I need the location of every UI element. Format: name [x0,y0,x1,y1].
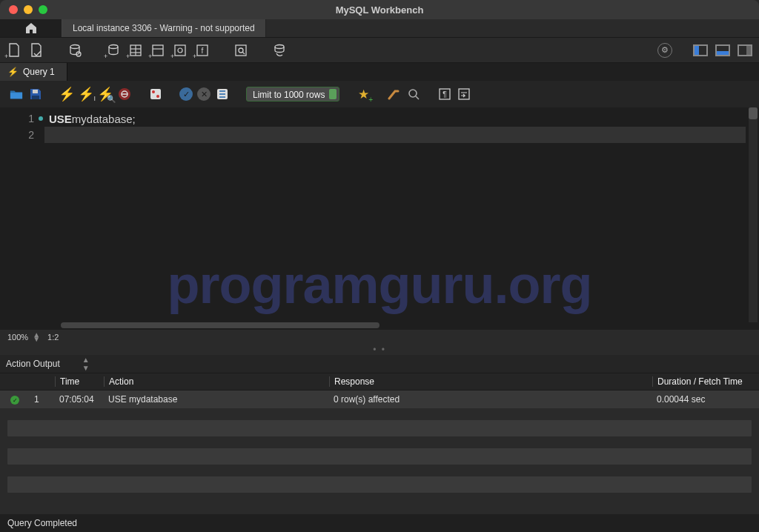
commit-icon[interactable]: ✓ [179,87,193,101]
svg-point-16 [275,44,284,48]
current-line [44,127,746,143]
modified-dot-icon [39,116,43,121]
editor-content[interactable]: USE mydatabase; [44,107,759,330]
connection-tab-label: Local instance 3306 - Warning - not supp… [73,23,255,33]
output-column-headers: Time Action Response Duration / Fetch Ti… [0,373,759,390]
line-number: 1 [0,110,44,127]
zoom-value: 100% [7,333,28,342]
save-file-icon[interactable] [28,87,43,102]
window-controls [0,5,47,14]
query-tab[interactable]: ⚡ Query 1 [0,63,67,81]
row-index: 1 [30,394,55,405]
home-icon [24,22,38,34]
maximize-window-button[interactable] [39,5,47,14]
toggle-safe-updates-icon[interactable] [215,87,230,102]
find-icon[interactable] [387,87,402,102]
execute-all-icon[interactable]: ⚡ [59,87,74,102]
zoom-stepper-icon[interactable]: ▲▼ [33,333,40,342]
settings-gear-icon[interactable]: ⚙ [657,42,673,59]
row-duration: 0.00044 sec [652,394,759,405]
main-toolbar: + + + + + f+ ⚙ [0,38,759,63]
output-empty-rows [0,420,759,500]
svg-rect-28 [459,89,469,99]
titlebar: MySQL Workbench [0,0,759,19]
line-number: 2 [0,127,44,143]
panel-splitter[interactable]: • • [0,345,759,355]
svg-point-2 [109,44,118,48]
zoom-control[interactable]: 100% ▲▼ [7,333,40,342]
svg-rect-18 [32,96,39,99]
status-ok-icon: ✓ [10,396,19,405]
cursor-position: 1:2 [47,333,59,342]
col-response[interactable]: Response [329,376,652,387]
toggle-invisible-icon[interactable]: ¶ [437,87,452,102]
output-panel-label: Action Output [6,359,60,369]
connection-tab-bar: Local instance 3306 - Warning - not supp… [0,19,759,38]
svg-rect-20 [150,89,161,99]
svg-rect-17 [33,90,38,93]
bolt-icon: ⚡ [7,67,19,77]
explain-icon[interactable]: ⚡🔍 [98,87,113,102]
row-action: USE mydatabase [104,394,329,405]
status-text: Query Completed [7,518,77,528]
minimize-window-button[interactable] [24,5,33,14]
wrap-lines-icon[interactable] [457,87,471,102]
new-sql-file-icon[interactable]: + [6,42,22,59]
output-grid: Time Action Response Duration / Fetch Ti… [0,373,759,500]
editor-gutter: 1 2 [0,107,44,330]
home-tab[interactable] [0,19,62,37]
svg-point-10 [178,48,182,53]
limit-rows-select[interactable]: Limit to 1000 rows [246,87,339,102]
sql-semicolon: ; [133,113,136,125]
rollback-icon[interactable]: ✕ [197,87,211,101]
output-panel-header: Action Output ▲▼ [0,355,759,373]
query-tab-label: Query 1 [23,67,55,77]
svg-text:f: f [202,47,204,55]
query-tab-bar: ⚡ Query 1 [0,63,759,81]
sql-identifier: mydatabase [72,113,133,125]
stop-icon[interactable] [117,87,132,102]
output-empty-row [7,420,752,436]
col-duration[interactable]: Duration / Fetch Time [652,376,759,387]
create-table-icon[interactable]: + [127,42,144,59]
search-table-data-icon[interactable] [233,42,249,59]
sql-editor[interactable]: 1 2 USE mydatabase; programguru.org [0,107,759,330]
beautify-icon[interactable]: ★+ [356,87,371,102]
create-view-icon[interactable]: + [150,42,166,59]
svg-line-25 [416,96,419,99]
create-schema-icon[interactable]: + [105,42,122,59]
editor-vscrollbar[interactable] [749,107,758,322]
inspector-icon[interactable] [67,42,83,59]
status-bar: Query Completed [0,514,759,532]
close-window-button[interactable] [9,5,18,14]
open-sql-file-icon[interactable] [28,42,44,59]
row-time: 07:05:04 [55,394,104,405]
toggle-autocommit-icon[interactable] [148,87,163,102]
sql-keyword: USE [49,113,72,125]
toggle-bottom-panel-icon[interactable] [715,42,731,59]
svg-point-22 [156,95,159,98]
connection-tab[interactable]: Local instance 3306 - Warning - not supp… [62,19,266,37]
editor-hscrollbar[interactable] [61,322,380,328]
search-icon[interactable] [406,87,421,102]
row-response: 0 row(s) affected [329,394,652,405]
toggle-left-panel-icon[interactable] [692,42,709,59]
create-function-icon[interactable]: f+ [194,42,211,59]
col-action[interactable]: Action [104,376,329,387]
limit-rows-value: Limit to 1000 rows [246,87,339,102]
svg-rect-9 [175,45,185,56]
execute-current-icon[interactable]: ⚡I [79,87,93,102]
toggle-right-panel-icon[interactable] [737,42,753,59]
svg-point-0 [70,44,79,48]
col-time[interactable]: Time [55,376,104,387]
svg-rect-7 [153,45,163,56]
open-file-icon[interactable] [9,87,24,102]
output-row[interactable]: ✓ 1 07:05:04 USE mydatabase 0 row(s) aff… [0,390,759,408]
create-procedure-icon[interactable]: + [172,42,188,59]
reconnect-icon[interactable] [271,42,288,59]
editor-toolbar: ⚡ ⚡I ⚡🔍 ✓ ✕ Limit to 1000 rows ★+ ¶ [0,81,759,107]
output-panel-dropdown-icon[interactable]: ▲▼ [82,356,90,372]
output-empty-row [7,476,752,493]
splitter-grip-icon: • • [373,345,386,355]
svg-line-15 [242,52,245,54]
